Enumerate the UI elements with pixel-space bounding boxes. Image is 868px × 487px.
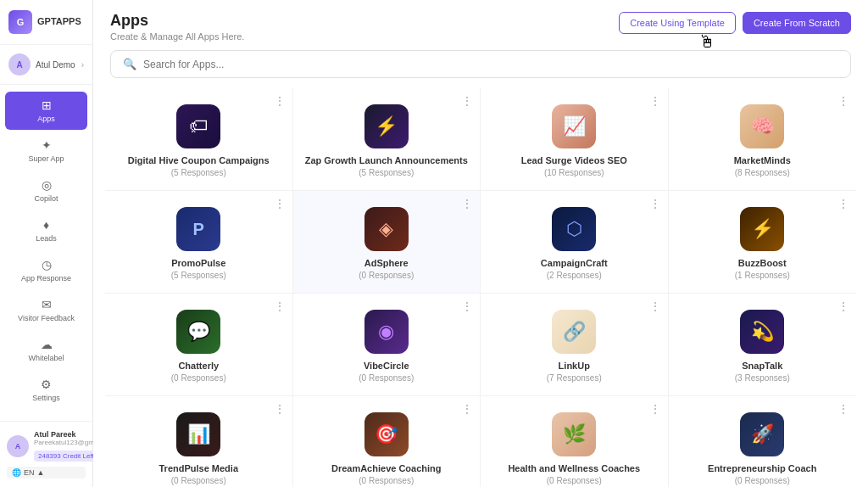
header-actions: Create Using Template Create From Scratc… <box>619 12 851 34</box>
page-header: Apps Create & Manage All Apps Here. Crea… <box>93 0 868 50</box>
more-options-icon[interactable]: ⋮ <box>649 95 661 107</box>
sidebar-nav: ⊞ Apps ✦ Super App ◎ Copilot ♦ Leads ◷ A… <box>0 85 92 421</box>
more-options-icon[interactable]: ⋮ <box>461 403 473 415</box>
app-card-ec[interactable]: ⋮ 🚀 Entrepreneurship Coach (0 Responses) <box>669 396 857 487</box>
app-card-pp[interactable]: ⋮ P PromoPulse (5 Responses) <box>105 191 293 293</box>
app-responses: (0 Responses) <box>171 373 226 383</box>
app-name: Lead Surge Videos SEO <box>521 155 627 165</box>
more-options-icon[interactable]: ⋮ <box>649 403 661 415</box>
leads-icon: ♦ <box>43 218 49 232</box>
app-card-cc[interactable]: ⋮ ⬡ CampaignCraft (2 Responses) <box>481 191 669 293</box>
more-options-icon[interactable]: ⋮ <box>274 403 286 415</box>
more-options-icon[interactable]: ⋮ <box>837 403 849 415</box>
sidebar-user[interactable]: A Atul Demo › <box>0 45 92 85</box>
app-card-cht[interactable]: ⋮ 💬 Chatterly (0 Responses) <box>105 294 293 395</box>
sidebar-item-leads[interactable]: ♦ Leads <box>5 211 87 249</box>
app-name: Entrepreneurship Coach <box>708 463 816 473</box>
app-icon: 🧠 <box>740 104 784 148</box>
app-card-mm[interactable]: ⋮ 🧠 MarketMinds (8 Responses) <box>669 88 857 190</box>
bottom-user: A Atul Pareek Pareekatul123@gmail... 248… <box>7 430 86 462</box>
language-label: EN <box>24 468 35 477</box>
logo-text: GPTAPPS <box>37 16 81 27</box>
app-icon: 🏷 <box>176 104 220 148</box>
app-card-tp[interactable]: ⋮ 📊 TrendPulse Media (0 Responses) <box>105 396 293 487</box>
apps-grid: ⋮ 🏷 Digital Hive Coupon Campaigns (5 Res… <box>93 88 868 487</box>
more-options-icon[interactable]: ⋮ <box>837 300 849 312</box>
sidebar-item-label: Apps <box>37 115 55 123</box>
chevron-right-icon: › <box>81 60 84 70</box>
more-options-icon[interactable]: ⋮ <box>649 300 661 312</box>
app-card-hw[interactable]: ⋮ 🌿 Health and Wellness Coaches (0 Respo… <box>481 396 669 487</box>
app-responses: (5 Responses) <box>171 271 226 280</box>
create-template-button[interactable]: Create Using Template <box>619 12 736 34</box>
create-scratch-button[interactable]: Create From Scratch <box>743 12 851 34</box>
app-icon: 📈 <box>552 104 596 148</box>
app-grid-row: ⋮ 📊 TrendPulse Media (0 Responses) ⋮ 🎯 D… <box>105 396 856 487</box>
logo: G GPTAPPS <box>0 0 92 45</box>
sidebar-item-label: Leads <box>36 234 57 243</box>
sidebar-item-label: App Response <box>21 274 71 283</box>
app-icon: ◉ <box>364 310 409 354</box>
app-responses: (0 Responses) <box>735 476 790 485</box>
app-name: TrendPulse Media <box>159 463 238 473</box>
app-name: PromoPulse <box>171 258 225 268</box>
app-card-ads[interactable]: ⋮ ◈ AdSphere (0 Responses) <box>293 191 481 293</box>
app-icon: P <box>176 207 220 251</box>
more-options-icon[interactable]: ⋮ <box>274 300 286 312</box>
app-icon: ⚡ <box>364 104 409 148</box>
sidebar-item-apps[interactable]: ⊞ Apps <box>5 92 87 130</box>
more-options-icon[interactable]: ⋮ <box>461 300 473 312</box>
sidebar-item-label: Settings <box>32 394 60 402</box>
app-responses: (8 Responses) <box>735 168 790 177</box>
app-grid-row: ⋮ 💬 Chatterly (0 Responses) ⋮ ◉ VibeCirc… <box>105 294 856 396</box>
app-icon: 💬 <box>176 310 220 354</box>
more-options-icon[interactable]: ⋮ <box>461 95 473 107</box>
app-responses: (0 Responses) <box>359 476 414 485</box>
page-title: Apps <box>110 12 244 30</box>
app-icon: 📊 <box>176 412 220 456</box>
app-card-dc[interactable]: ⋮ 🎯 DreamAchieve Coaching (0 Responses) <box>293 396 481 487</box>
chevron-down-icon: ▲ <box>37 468 45 477</box>
app-name: MarketMinds <box>734 155 791 165</box>
app-name: Chatterly <box>178 361 219 371</box>
avatar: A <box>8 53 31 76</box>
app-card-zap[interactable]: ⋮ ⚡ Zap Growth Launch Announcements (5 R… <box>293 88 481 190</box>
more-options-icon[interactable]: ⋮ <box>649 198 661 210</box>
app-name: DreamAchieve Coaching <box>331 463 442 473</box>
sidebar-item-settings[interactable]: ⚙ Settings <box>5 371 87 409</box>
more-options-icon[interactable]: ⋮ <box>837 95 849 107</box>
app-name: SnapTalk <box>742 361 782 371</box>
settings-icon: ⚙ <box>41 378 52 391</box>
app-responses: (3 Responses) <box>735 373 790 383</box>
app-responses: (5 Responses) <box>171 168 226 177</box>
search-input[interactable] <box>143 59 838 70</box>
sidebar-item-copilot[interactable]: ◎ Copilot <box>5 171 87 210</box>
more-options-icon[interactable]: ⋮ <box>837 198 849 210</box>
user-greeting: Atul Demo <box>36 60 76 70</box>
app-card-lu[interactable]: ⋮ 🔗 LinkUp (7 Responses) <box>481 294 669 395</box>
header-left: Apps Create & Manage All Apps Here. <box>110 12 244 42</box>
more-options-icon[interactable]: ⋮ <box>461 198 473 210</box>
app-responses: (0 Responses) <box>359 373 414 383</box>
app-response-icon: ◷ <box>42 258 52 271</box>
app-card-st[interactable]: ⋮ 💫 SnapTalk (3 Responses) <box>669 294 857 395</box>
app-grid-row: ⋮ 🏷 Digital Hive Coupon Campaigns (5 Res… <box>105 88 856 191</box>
app-card-vc[interactable]: ⋮ ◉ VibeCircle (0 Responses) <box>293 294 481 395</box>
app-card-dhc[interactable]: ⋮ 🏷 Digital Hive Coupon Campaigns (5 Res… <box>105 88 293 190</box>
app-card-lsv[interactable]: ⋮ 📈 Lead Surge Videos SEO (10 Responses) <box>481 88 669 190</box>
sidebar-item-visitor-feedback[interactable]: ✉ Visitor Feedback <box>5 291 87 329</box>
app-name: BuzzBoost <box>738 258 787 268</box>
more-options-icon[interactable]: ⋮ <box>274 95 286 107</box>
cursor-hint: 🖱 <box>698 32 715 52</box>
sidebar-bottom: A Atul Pareek Pareekatul123@gmail... 248… <box>0 421 92 487</box>
app-card-bb[interactable]: ⋮ ⚡ BuzzBoost (1 Responses) <box>669 191 857 293</box>
credit-badge: 248393 Credit Left <box>34 451 98 462</box>
sidebar-item-app-response[interactable]: ◷ App Response <box>5 251 87 289</box>
more-options-icon[interactable]: ⋮ <box>274 198 286 210</box>
sidebar-item-whitelabel[interactable]: ☁ Whitelabel <box>5 331 87 369</box>
app-responses: (0 Responses) <box>547 476 602 485</box>
app-name: AdSphere <box>364 258 409 268</box>
language-selector[interactable]: 🌐 EN ▲ <box>7 467 86 479</box>
app-responses: (2 Responses) <box>547 271 602 280</box>
sidebar-item-super-app[interactable]: ✦ Super App <box>5 132 87 170</box>
